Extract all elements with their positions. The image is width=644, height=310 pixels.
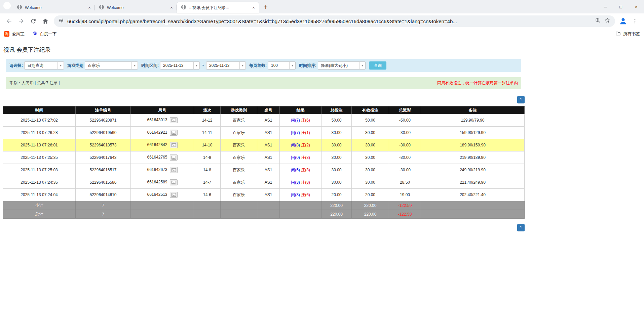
column-header: 备注 [421,106,525,114]
time-cell: 2025-11-13 07:27:02 [3,114,76,127]
tab-welcome-1[interactable]: Welcome × [13,2,95,13]
page-number-button[interactable]: 1 [517,96,525,103]
tab-close-icon[interactable]: × [169,5,174,10]
summary-valid-bet: 220.00 [352,201,389,210]
valid-bet-cell: 30.00 [352,151,389,164]
empty-cell [421,210,525,219]
date-to-select[interactable]: 2025-11-13 ▾ [206,61,246,70]
bet-id-cell: 522964017643 [76,151,131,164]
result-cell: 闲(0) 庄(8) [280,151,321,164]
page-content: 视讯 会员下注纪录 请选择: 日期查询 ▾ 游戏类别 百家乐 ▾ 时间区间: 2… [3,46,525,231]
round-preview-button[interactable] [170,154,178,161]
session-cell: 14-8 [194,164,221,176]
bet-id-cell: 522964016517 [76,164,131,176]
tab-welcome-2[interactable]: Welcome × [95,2,177,13]
table-row: 2025-11-13 07:24:36522964015586661642589… [3,176,525,189]
game-type-cell: 百家乐 [221,176,257,189]
close-button[interactable]: × [629,0,644,13]
date-from-value: 2025-11-13 [160,63,193,68]
minimize-button[interactable]: ─ [598,0,613,13]
all-bookmarks-label: 所有书签 [623,31,640,37]
url-text[interactable]: 66cxkj98.com/ipl/portal.php/game/betreco… [67,18,592,24]
payout-cell: -50.00 [389,114,421,127]
round-preview-button[interactable] [170,167,178,173]
all-bookmarks[interactable]: 所有书签 [615,31,640,37]
bookmark-baidu[interactable]: 百度一下 [33,31,57,37]
page-title: 视讯 会员下注纪录 [3,46,525,54]
time-cell: 2025-11-13 07:25:03 [3,164,76,176]
column-header: 局号 [131,106,194,114]
reload-button[interactable] [28,15,39,27]
bookmark-label: 百度一下 [40,31,57,37]
time-cell: 2025-11-13 07:24:36 [3,176,76,189]
payout-cell: -30.00 [389,151,421,164]
valid-bet-cell: 30.00 [352,176,389,189]
result-cell: 闲(6) 庄(3) [280,164,321,176]
empty-cell [194,210,221,219]
summary-label: 总计 [3,210,76,219]
game-type-select[interactable]: 百家乐 ▾ [85,61,138,70]
session-cell: 14-7 [194,176,221,189]
new-tab-button[interactable]: + [261,3,270,12]
search-button[interactable]: 查询 [369,61,386,70]
date-from-select[interactable]: 2025-11-13 ▾ [160,61,200,70]
bookmark-star-icon[interactable] [604,17,610,25]
address-bar[interactable]: 66cxkj98.com/ipl/portal.php/game/betreco… [54,15,615,27]
summary-total-bet: 220.00 [321,201,352,210]
sort-order-value: 降幂(由大到小) [318,63,359,69]
tab-search-button[interactable] [3,2,11,9]
game-type-cell: 百家乐 [221,139,257,151]
valid-bet-cell: 20.00 [352,189,389,201]
note-cell: 221.40/249.90 [421,176,525,189]
home-button[interactable] [40,15,51,27]
empty-cell [280,201,321,210]
back-button[interactable] [3,15,15,27]
round-number: 661642765 [147,155,167,160]
table-number-cell: AS1 [257,127,280,139]
query-type-label: 请选择: [9,63,23,69]
tab-title: Welcome [25,5,84,10]
chevron-down-icon: ▾ [289,62,295,69]
empty-cell [131,201,194,210]
time-cell: 2025-11-13 07:26:28 [3,127,76,139]
page-size-select[interactable]: 100 ▾ [268,61,296,70]
chevron-down-icon: ▾ [359,62,365,69]
tab-betrecord[interactable]: :::视讯 会员下注纪录::: × [177,2,259,13]
maximize-button[interactable]: □ [613,0,629,13]
column-header: 场次 [194,106,221,114]
bookmark-aitaobao[interactable]: 淘 爱淘宝 [4,31,25,37]
zoom-icon[interactable] [595,17,601,25]
round-preview-button[interactable] [170,117,178,123]
query-type-select[interactable]: 日期查询 ▾ [24,61,64,70]
round-number: 661642513 [147,192,167,197]
round-cell: 661642589 [131,176,194,189]
bet-id-cell: 522964019590 [76,127,131,139]
payout-cell: 19.00 [389,189,421,201]
table-header-row: 时间注单编号局号场次游戏类别桌号结果总投注有效投注总派彩备注 [3,106,525,114]
payout-cell: -30.00 [389,127,421,139]
result-player: 闲(6) [291,168,300,172]
table-row: 2025-11-13 07:26:28522964019590661642921… [3,127,525,139]
round-preview-button[interactable] [170,192,178,198]
time-cell: 2025-11-13 07:25:35 [3,151,76,164]
summary-payout: -122.50 [389,210,421,219]
payout-cell: -30.00 [389,164,421,176]
round-preview-button[interactable] [170,130,178,136]
site-settings-icon[interactable] [59,18,64,25]
empty-cell [131,210,194,219]
round-preview-button[interactable] [170,179,178,185]
page-number-button[interactable]: 1 [517,224,525,231]
result-banker: 庄(8) [301,155,310,160]
round-preview-button[interactable] [170,142,178,148]
profile-avatar[interactable] [618,16,629,27]
time-cell: 2025-11-13 07:24:04 [3,189,76,201]
menu-kebab-icon[interactable] [629,15,641,27]
tab-strip: Welcome × Welcome × :::视讯 会员下注纪录::: × + … [0,0,644,13]
total-bet-cell: 30.00 [321,151,352,164]
note-cell: 159.90/129.90 [421,127,525,139]
tab-close-icon[interactable]: × [87,5,92,10]
forward-button[interactable] [15,15,27,27]
tab-close-icon[interactable]: × [251,5,256,10]
table-row: 2025-11-13 07:27:02522964020871661643013… [3,114,525,127]
sort-order-select[interactable]: 降幂(由大到小) ▾ [318,61,366,70]
